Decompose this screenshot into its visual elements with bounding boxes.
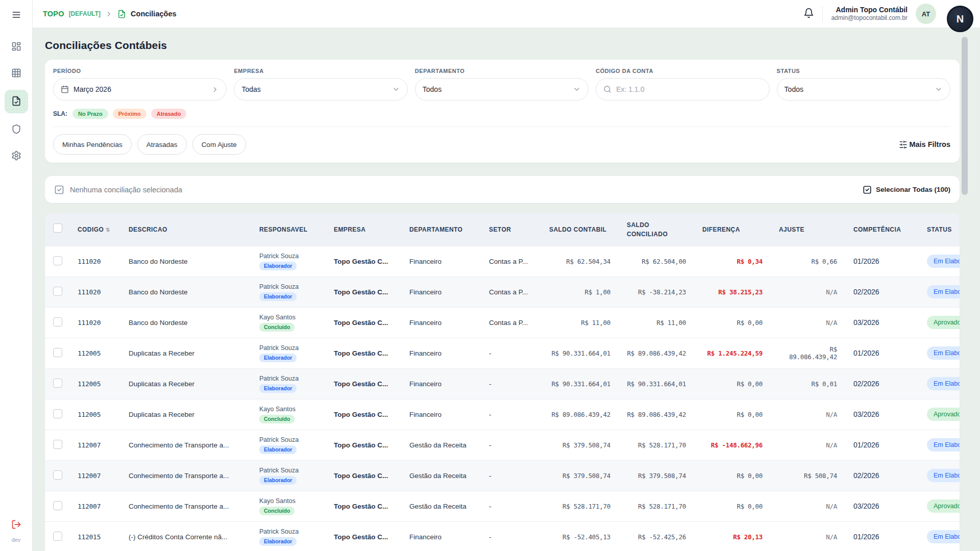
table-row[interactable]: 112007Conhecimento de Transporte a...Kay…	[45, 491, 960, 521]
cell-diferenca: R$ 0,00	[694, 307, 771, 338]
cell-empresa: Topo Gestão C...	[326, 521, 401, 551]
table-row[interactable]: 111020Banco do NordestePatrick SouzaElab…	[45, 246, 960, 277]
column-header-codigo[interactable]: CODIGO⇅	[69, 213, 120, 246]
logout-button[interactable]	[7, 517, 26, 533]
sidebar-item-dashboard[interactable]	[6, 37, 27, 57]
cell-status: Em Elabor	[919, 277, 960, 307]
periodo-picker[interactable]: Março 2026	[53, 78, 227, 101]
cell-setor: -	[481, 491, 541, 521]
cell-saldo-conciliado: R$ 11,00	[619, 307, 694, 338]
sla-row: SLA: No PrazoPróximoAtrasado	[53, 109, 950, 119]
row-checkbox[interactable]	[53, 317, 62, 327]
cell-empresa: Topo Gestão C...	[326, 246, 401, 277]
responsavel-name: Kayo Santos	[259, 497, 321, 505]
table-row[interactable]: 112007Conhecimento de Transporte a...Pat…	[45, 460, 960, 491]
row-checkbox[interactable]	[53, 440, 62, 449]
row-checkbox[interactable]	[53, 379, 62, 388]
filter-status: STATUS Todos	[777, 68, 950, 101]
column-header-empresa: EMPRESA	[326, 213, 401, 246]
checkbox-check-icon	[54, 185, 64, 195]
cell-saldo-contabil: R$ 1,00	[541, 277, 619, 307]
row-checkbox[interactable]	[53, 348, 62, 357]
app-root: dev TOPO [DEFAULT] Conciliações Admin To…	[0, 0, 980, 551]
cell-status: Aprovado	[919, 307, 960, 338]
cell-status: Em Elabor	[919, 338, 960, 368]
responsavel-name: Patrick Souza	[259, 375, 321, 382]
quick-filter-chip[interactable]: Atrasadas	[137, 134, 187, 155]
cell-saldo-contabil: R$ 62.504,34	[541, 246, 619, 277]
status-badge: Em Elabor	[927, 530, 960, 543]
column-header-competencia: COMPETÊNCIA	[845, 213, 919, 246]
cell-departamento: Financeiro	[401, 368, 481, 399]
periodo-value: Março 2026	[74, 85, 207, 93]
cell-saldo-conciliado: R$ 89.086.439,42	[619, 338, 694, 368]
sla-badge[interactable]: No Prazo	[72, 109, 108, 119]
cell-competencia: 01/2026	[845, 430, 919, 460]
table-row[interactable]: 112005Duplicatas a ReceberPatrick SouzaE…	[45, 368, 960, 399]
cell-diferenca: R$ 0,00	[694, 460, 771, 491]
cell-responsavel: Kayo SantosConcluído	[251, 399, 326, 430]
table-row[interactable]: 112005Duplicatas a ReceberPatrick SouzaE…	[45, 338, 960, 368]
sidebar-item-security[interactable]	[6, 119, 27, 140]
cell-status: Em Elabor	[919, 460, 960, 491]
cell-departamento: Gestão da Receita	[401, 491, 481, 521]
quick-filter-chip[interactable]: Com Ajuste	[192, 134, 246, 155]
sla-badge[interactable]: Atrasado	[151, 109, 187, 119]
status-select[interactable]: Todos	[777, 78, 950, 101]
more-filters-button[interactable]: Mais Filtros	[899, 140, 950, 149]
sla-badge[interactable]: Próximo	[113, 109, 146, 119]
cell-setor: -	[481, 430, 541, 460]
cell-descricao: Duplicatas a Receber	[120, 368, 251, 399]
brand-name[interactable]: TOPO	[43, 10, 64, 18]
cell-competencia: 03/2026	[845, 491, 919, 521]
row-checkbox[interactable]	[53, 287, 62, 296]
cell-saldo-conciliado: R$ 89.086.439,42	[619, 399, 694, 430]
codigo-conta-input[interactable]	[616, 85, 762, 93]
sidebar-item-settings[interactable]	[6, 146, 27, 166]
row-checkbox[interactable]	[53, 256, 62, 265]
empresa-select[interactable]: Todas	[234, 78, 407, 101]
table-body: 111020Banco do NordestePatrick SouzaElab…	[45, 246, 960, 551]
table-row[interactable]: 112015(-) Créditos Conta Corrente nã...P…	[45, 521, 960, 551]
role-badge: Elaborador	[259, 262, 297, 270]
column-header-saldo-conciliado: SALDO CONCILIADO	[619, 213, 694, 246]
row-checkbox[interactable]	[53, 532, 62, 541]
filter-label: STATUS	[777, 68, 950, 74]
table-row[interactable]: 111020Banco do NordestePatrick SouzaElab…	[45, 277, 960, 307]
scrollbar-thumb[interactable]	[962, 37, 968, 195]
cell-diferenca: R$ 0,34	[694, 246, 771, 277]
row-checkbox[interactable]	[53, 409, 62, 418]
departamento-select[interactable]: Todos	[415, 78, 589, 101]
cell-empresa: Topo Gestão C...	[326, 307, 401, 338]
cell-diferenca: R$ -148.662,96	[694, 430, 771, 460]
cell-empresa: Topo Gestão C...	[326, 460, 401, 491]
cell-codigo: 112015	[69, 521, 120, 551]
cell-descricao: Conhecimento de Transporte a...	[120, 491, 251, 521]
table-row[interactable]: 112005Duplicatas a ReceberKayo SantosCon…	[45, 399, 960, 430]
quick-filter-chip[interactable]: Minhas Pendências	[53, 134, 132, 155]
row-checkbox[interactable]	[53, 501, 62, 510]
chevron-down-icon	[935, 85, 943, 93]
header-checkbox[interactable]	[53, 223, 62, 233]
notifications-button[interactable]	[803, 8, 814, 20]
status-badge: Aprovado	[927, 408, 960, 421]
menu-toggle-button[interactable]	[7, 7, 26, 23]
table-row[interactable]: 111020Banco do NordesteKayo SantosConclu…	[45, 307, 960, 338]
cell-saldo-contabil: R$ 90.331.664,01	[541, 368, 619, 399]
sidebar-item-conciliacoes[interactable]	[5, 90, 28, 113]
environment-label: dev	[12, 537, 21, 546]
sidebar-item-tables[interactable]	[6, 63, 27, 84]
select-all-button[interactable]: Selecionar Todas (100)	[863, 185, 950, 194]
table-grid-icon	[11, 68, 21, 80]
cell-descricao: Conhecimento de Transporte a...	[120, 430, 251, 460]
avatar[interactable]: AT	[916, 4, 936, 24]
cell-codigo: 112005	[69, 368, 120, 399]
env-tag: [DEFAULT]	[69, 10, 101, 17]
cell-ajuste: N/A	[771, 491, 845, 521]
app-logo-badge[interactable]: N	[947, 6, 973, 32]
cell-codigo: 112005	[69, 338, 120, 368]
table-row[interactable]: 112007Conhecimento de Transporte a...Pat…	[45, 430, 960, 460]
row-checkbox[interactable]	[53, 470, 62, 480]
cell-competencia: 03/2026	[845, 307, 919, 338]
cell-ajuste: R$ 0,01	[771, 368, 845, 399]
